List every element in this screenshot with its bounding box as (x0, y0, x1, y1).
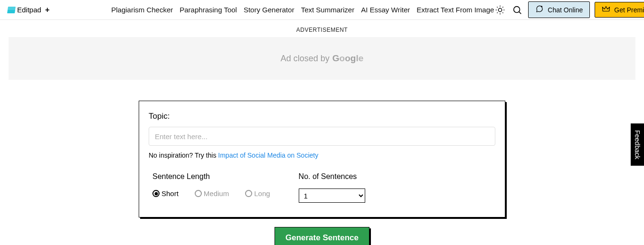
svg-line-8 (503, 7, 503, 7)
num-sentences-select[interactable]: 1 (299, 188, 365, 203)
search-icon[interactable] (511, 4, 523, 16)
radio-medium[interactable]: Medium (195, 189, 229, 198)
radio-medium-label: Medium (204, 189, 229, 198)
radio-icon (195, 190, 202, 197)
chat-icon (535, 5, 544, 15)
generate-sentence-button[interactable]: Generate Sentence (275, 227, 369, 245)
inspiration-link[interactable]: Impact of Social Media on Society (218, 151, 318, 159)
svg-line-7 (497, 12, 498, 13)
brand-plus: + (45, 6, 49, 14)
google-logo: Google (332, 53, 363, 64)
num-sentences-group: No. of Sentences 1 (299, 172, 365, 203)
nav-extract[interactable]: Extract Text From Image (417, 6, 494, 14)
ad-label: ADVERTISEMENT (0, 27, 644, 33)
feedback-tab[interactable]: Feedback (631, 123, 644, 166)
sentence-length-group: Sentence Length Short Medium Long (152, 172, 270, 203)
nav-essay[interactable]: AI Essay Writer (361, 6, 410, 14)
svg-line-10 (519, 12, 521, 14)
ad-banner: Ad closed by Google (9, 37, 635, 80)
radio-icon (245, 190, 252, 197)
chat-label: Chat Online (548, 6, 583, 14)
radio-long[interactable]: Long (245, 189, 270, 198)
brand-name: Editpad (17, 6, 41, 14)
ad-section: ADVERTISEMENT Ad closed by Google (0, 20, 644, 83)
svg-point-9 (514, 6, 520, 12)
svg-line-4 (503, 12, 503, 13)
inspiration-text: No inspiration? Try this (149, 151, 218, 159)
chat-online-button[interactable]: Chat Online (528, 1, 590, 18)
radio-short-label: Short (161, 189, 179, 198)
brand-notebook-icon (7, 7, 16, 13)
radio-short[interactable]: Short (152, 189, 179, 198)
generator-card: Topic: No inspiration? Try this Impact o… (139, 101, 505, 217)
inspiration-row: No inspiration? Try this Impact of Socia… (149, 151, 495, 159)
brand[interactable]: Editpad + (8, 6, 49, 14)
header-bar: Editpad + Plagiarism Checker Paraphrasin… (0, 0, 644, 20)
topic-input[interactable] (149, 127, 495, 146)
svg-line-3 (497, 7, 498, 7)
get-premium-button[interactable]: Get Premium (595, 2, 644, 18)
svg-point-11 (541, 6, 542, 7)
radio-icon (152, 190, 160, 197)
sentence-length-label: Sentence Length (152, 172, 270, 181)
main-nav: Plagiarism Checker Paraphrasing Tool Sto… (111, 6, 494, 14)
num-sentences-label: No. of Sentences (299, 172, 365, 181)
radio-long-label: Long (254, 189, 270, 198)
header-right: Chat Online Get Premium Login (494, 1, 644, 18)
nav-paraphrase[interactable]: Paraphrasing Tool (180, 6, 237, 14)
nav-story[interactable]: Story Generator (244, 6, 294, 14)
nav-plagiarism[interactable]: Plagiarism Checker (111, 6, 173, 14)
ad-closed-text: Ad closed by (281, 54, 330, 64)
theme-toggle-icon[interactable] (494, 4, 506, 16)
topic-label: Topic: (149, 112, 495, 121)
svg-point-0 (499, 8, 502, 11)
premium-label: Get Premium (614, 6, 644, 14)
nav-summarizer[interactable]: Text Summarizer (301, 6, 355, 14)
crown-icon (602, 5, 610, 14)
